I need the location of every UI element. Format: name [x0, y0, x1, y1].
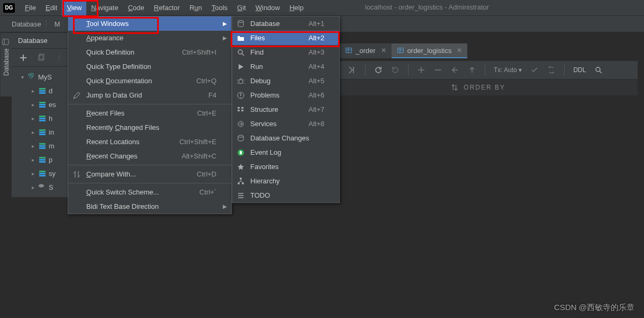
editor-tab[interactable]: _order✕ — [340, 43, 392, 58]
submenu-item-services[interactable]: ServicesAlt+8 — [232, 117, 339, 131]
menu-help[interactable]: Help — [285, 0, 309, 16]
search-icon[interactable] — [594, 66, 603, 74]
rollback-icon[interactable] — [391, 66, 400, 74]
svg-rect-24 — [39, 175, 46, 176]
menu-item-shortcut: Alt+2 — [309, 34, 324, 42]
refresh-icon[interactable] — [374, 66, 383, 74]
ddl-button[interactable]: DDL — [573, 66, 586, 74]
svg-rect-5 — [39, 90, 46, 92]
submenu-arrow-icon: ▶ — [223, 21, 227, 26]
close-icon[interactable]: ✕ — [381, 47, 386, 54]
submenu-item-run[interactable]: RunAlt+4 — [232, 59, 339, 74]
menu-tools[interactable]: Tools — [207, 0, 232, 16]
commit-icon[interactable] — [468, 66, 476, 74]
menu-item-shortcut: Alt+3 — [309, 48, 324, 56]
menu-item-quick-switch-scheme-[interactable]: Quick Switch Scheme...Ctrl+` — [68, 185, 231, 199]
menu-item-label: Event Log — [250, 148, 282, 156]
submenu-item-event-log[interactable]: Event Log — [232, 145, 339, 160]
dbchanges-icon — [237, 134, 245, 143]
menu-view[interactable]: View — [62, 0, 86, 16]
separator-icon — [55, 54, 64, 62]
revert-icon[interactable] — [451, 66, 459, 74]
todo-icon — [237, 191, 245, 200]
menu-item-jump-to-data-grid[interactable]: Jump to Data GridF4 — [68, 88, 231, 102]
bug-icon — [237, 77, 245, 85]
menu-item-compare-with-[interactable]: Compare With...Ctrl+D — [68, 167, 231, 181]
menu-navigate[interactable]: Navigate — [86, 0, 123, 16]
submenu-item-debug[interactable]: DebugAlt+5 — [232, 74, 339, 88]
submenu-item-hierarchy[interactable]: Hierarchy — [232, 174, 339, 188]
copy-icon[interactable] — [37, 54, 46, 62]
svg-rect-22 — [39, 171, 46, 172]
remove-row-icon[interactable] — [434, 66, 442, 74]
toolbar-separator — [365, 65, 366, 75]
sort-icon[interactable] — [451, 84, 458, 91]
menu-item-label: Jump to Data Grid — [86, 91, 142, 99]
table-icon — [345, 47, 352, 54]
submenu-item-favorites[interactable]: Favorites — [232, 160, 339, 174]
menu-item-shortcut: Ctrl+Q — [196, 77, 216, 85]
menu-item-recently-changed-files[interactable]: Recently Changed Files — [68, 120, 231, 135]
menu-item-quick-documentation[interactable]: Quick DocumentationCtrl+Q — [68, 74, 231, 88]
svg-point-27 — [239, 80, 243, 84]
menu-file[interactable]: File — [20, 0, 41, 16]
editor-tab[interactable]: order_logistics✕ — [392, 43, 468, 58]
star-icon — [237, 163, 245, 171]
menu-item-label: Structure — [250, 105, 278, 113]
svg-rect-13 — [39, 129, 46, 131]
check-icon[interactable] — [530, 66, 539, 74]
svg-rect-29 — [238, 107, 240, 109]
menu-run[interactable]: Run — [185, 0, 207, 16]
menu-window[interactable]: Window — [251, 0, 285, 16]
menu-refactor[interactable]: Refactor — [149, 0, 185, 16]
svg-point-42 — [596, 67, 600, 72]
sync-icon[interactable] — [547, 66, 556, 74]
editor-toolbar: Tx: Auto ▾ DDL — [340, 60, 638, 80]
submenu-item-problems[interactable]: ProblemsAlt+6 — [232, 88, 339, 102]
menu-edit[interactable]: Edit — [41, 0, 62, 16]
submenu-item-files[interactable]: FilesAlt+2 — [232, 31, 339, 45]
skip-last-icon[interactable] — [348, 66, 357, 74]
menu-item-label: Run — [250, 63, 263, 70]
menu-item-quick-type-definition[interactable]: Quick Type Definition — [68, 59, 231, 74]
tool-window-stripe-database[interactable]: Database — [0, 33, 12, 96]
submenu-arrow-icon: ▶ — [223, 35, 227, 41]
submenu-item-structure[interactable]: StructureAlt+7 — [232, 102, 339, 117]
tx-mode-selector[interactable]: Tx: Auto ▾ — [494, 66, 522, 74]
svg-rect-23 — [39, 173, 46, 174]
close-icon[interactable]: ✕ — [457, 47, 462, 54]
tab-label: _order — [356, 47, 376, 55]
breadcrumb-item[interactable]: M — [55, 20, 60, 28]
menu-item-tool-windows[interactable]: Tool Windows▶ — [68, 16, 231, 31]
submenu-item-database[interactable]: DatabaseAlt+1 — [232, 16, 339, 31]
menu-item-quick-definition[interactable]: Quick DefinitionCtrl+Shift+I — [68, 45, 231, 59]
submenu-item-todo[interactable]: TODO — [232, 188, 339, 202]
svg-rect-9 — [39, 106, 46, 108]
menu-item-appearance[interactable]: Appearance▶ — [68, 31, 231, 45]
editor-tabs: _order✕order_logistics✕ — [340, 43, 467, 58]
svg-rect-20 — [39, 159, 46, 161]
menu-item-label: Favorites — [250, 163, 278, 171]
menu-item-label: Quick Type Definition — [86, 63, 151, 70]
menu-item-shortcut: Alt+4 — [309, 63, 324, 70]
menu-git[interactable]: Git — [232, 0, 251, 16]
menu-item-bidi-text-base-direction[interactable]: Bidi Text Base Direction▶ — [68, 199, 231, 214]
svg-rect-14 — [39, 131, 46, 133]
pencil-icon — [72, 91, 81, 100]
breadcrumb-item[interactable]: Database — [12, 20, 41, 28]
menu-code[interactable]: Code — [123, 0, 149, 16]
add-row-icon[interactable] — [417, 66, 425, 74]
add-icon[interactable] — [19, 54, 28, 62]
svg-rect-4 — [39, 88, 46, 90]
menu-item-recent-changes[interactable]: Recent ChangesAlt+Shift+C — [68, 149, 231, 163]
menu-item-shortcut: Ctrl+E — [197, 109, 216, 117]
menu-item-recent-files[interactable]: Recent FilesCtrl+E — [68, 106, 231, 120]
submenu-item-database-changes[interactable]: Database Changes — [232, 131, 339, 145]
submenu-item-find[interactable]: FindAlt+3 — [232, 45, 339, 59]
menu-item-label: Database Changes — [250, 134, 309, 142]
svg-rect-32 — [241, 110, 243, 111]
database-icon — [3, 38, 10, 46]
tab-label: order_logistics — [407, 47, 452, 55]
menu-item-shortcut: Alt+1 — [309, 20, 324, 28]
menu-item-recent-locations[interactable]: Recent LocationsCtrl+Shift+E — [68, 135, 231, 149]
